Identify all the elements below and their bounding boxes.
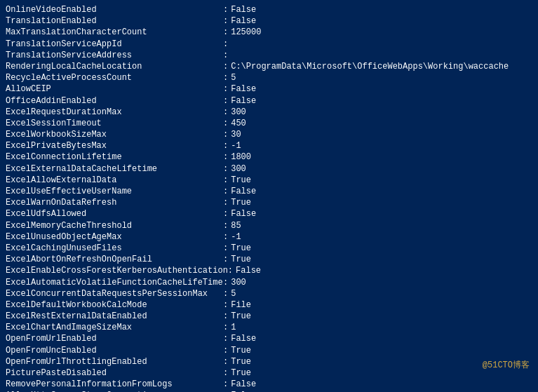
colon-separator: : [223,277,228,288]
colon-separator: : [223,322,228,333]
colon-separator: : [223,379,228,390]
colon-separator: : [223,15,228,27]
property-key: AllowCEIP [6,83,223,95]
table-row: ExcelAbortOnRefreshOnOpenFail: True [6,254,532,265]
property-key: RemovePersonalInformationFromLogs [6,379,223,390]
property-value: 300 [231,277,246,288]
property-key: ExcelAllowExternalData [6,175,223,186]
property-key: ExcelUdfsAllowed [6,208,223,219]
property-value: True [231,243,251,254]
property-key: ExcelDefaultWorkbookCalcMode [6,299,223,311]
property-value: 5 [231,288,236,299]
property-key: ExcelExternalDataCacheLifetime [6,163,223,175]
colon-separator: : [223,129,228,140]
table-row: OfficeAddinEnabled: False [6,95,532,107]
property-value: -1 [231,231,241,243]
property-key: ExcelChartAndImageSizeMax [6,322,223,333]
property-value: File [231,299,251,311]
colon-separator: : [223,95,228,107]
table-row: TranslationServiceAddress: [6,50,532,61]
table-row: ExcelPrivateBytesMax: -1 [6,140,532,151]
property-value: False [231,15,256,27]
property-value: -1 [231,140,241,151]
property-value: C:\ProgramData\Microsoft\OfficeWebApps\W… [231,61,509,72]
property-value: 1800 [231,151,251,163]
colon-separator: : [223,356,228,367]
property-value: 450 [231,118,246,129]
colon-separator: : [223,311,228,322]
table-row: ExcelWarnOnDataRefresh: True [6,197,532,208]
table-row: OpenFromUrlThrottlingEnabled: True [6,356,532,367]
property-value: True [231,175,251,186]
table-row: TranslationServiceAppId: [6,39,532,50]
property-key: ExcelUnusedObjectAgeMax [6,231,223,243]
table-row: RemovePersonalInformationFromLogs: False [6,379,532,390]
colon-separator: : [223,288,228,299]
table-row: OnlineVideoEnabled: False [6,4,532,15]
property-key: ExcelWarnOnDataRefresh [6,197,223,208]
colon-separator: : [223,72,228,83]
colon-separator: : [223,118,228,129]
colon-separator: : [223,299,228,311]
property-value: 1 [231,322,236,333]
colon-separator: : [223,197,228,208]
property-value: True [231,367,251,379]
colon-separator: : [223,151,228,163]
property-key: ExcelEnableCrossForestKerberosAuthentica… [6,265,228,276]
property-value: True [231,345,251,356]
colon-separator: : [223,4,228,15]
property-key: ExcelSessionTimeout [6,118,223,129]
table-row: PicturePasteDisabled: True [6,367,532,379]
table-row: ExcelWorkbookSizeMax: 30 [6,129,532,140]
table-row: ExcelRestExternalDataEnabled: True [6,311,532,322]
property-key: TranslationEnabled [6,15,223,27]
property-value: False [231,83,256,95]
table-row: ExcelMemoryCacheThreshold: 85 [6,220,532,231]
colon-separator: : [223,50,228,61]
colon-separator: : [223,107,228,118]
property-key: OnlineVideoEnabled [6,4,223,15]
colon-separator: : [223,163,228,175]
colon-separator: : [223,220,228,231]
colon-separator: : [223,333,228,344]
colon-separator: : [223,186,228,197]
property-value: 300 [231,107,246,118]
terminal-window: OnlineVideoEnabled: FalseTranslationEnab… [0,0,538,392]
table-row: AllowCEIP: False [6,83,532,95]
property-key: MaxTranslationCharacterCount [6,27,223,38]
table-row: ExcelEnableCrossForestKerberosAuthentica… [6,265,532,276]
colon-separator: : [223,243,228,254]
property-value: False [231,4,256,15]
table-row: OpenFromUncEnabled: True [6,345,532,356]
property-key: OpenFromUrlThrottlingEnabled [6,356,223,367]
property-key: TranslationServiceAddress [6,50,223,61]
property-key: ExcelWorkbookSizeMax [6,129,223,140]
property-value: 125000 [231,27,261,38]
property-key: ExcelRestExternalDataEnabled [6,311,223,322]
property-key: TranslationServiceAppId [6,39,223,50]
colon-separator: : [223,39,228,50]
table-row: ExcelUseEffectiveUserName: False [6,186,532,197]
property-value: 85 [231,220,241,231]
colon-separator: : [223,254,228,265]
property-value: True [231,197,251,208]
table-row: ExcelConnectionLifetime: 1800 [6,151,532,163]
property-value: False [231,379,256,390]
property-value: False [231,208,256,219]
property-key: ExcelRequestDurationMax [6,107,223,118]
property-key: PicturePasteDisabled [6,367,223,379]
property-value: False [231,333,256,344]
colon-separator: : [223,27,228,38]
property-key: ExcelConcurrentDataRequestsPerSessionMax [6,288,223,299]
colon-separator: : [223,140,228,151]
property-key: OfficeAddinEnabled [6,95,223,107]
property-value: False [231,95,256,107]
property-key: ExcelConnectionLifetime [6,151,223,163]
table-row: ExcelUnusedObjectAgeMax: -1 [6,231,532,243]
table-row: ExcelAutomaticVolatileFunctionCacheLifeT… [6,277,532,288]
table-row: ExcelRequestDurationMax: 300 [6,107,532,118]
property-value: 30 [231,129,241,140]
table-row: ExcelUdfsAllowed: False [6,208,532,219]
colon-separator: : [228,265,233,276]
property-key: RecycleActiveProcessCount [6,72,223,83]
